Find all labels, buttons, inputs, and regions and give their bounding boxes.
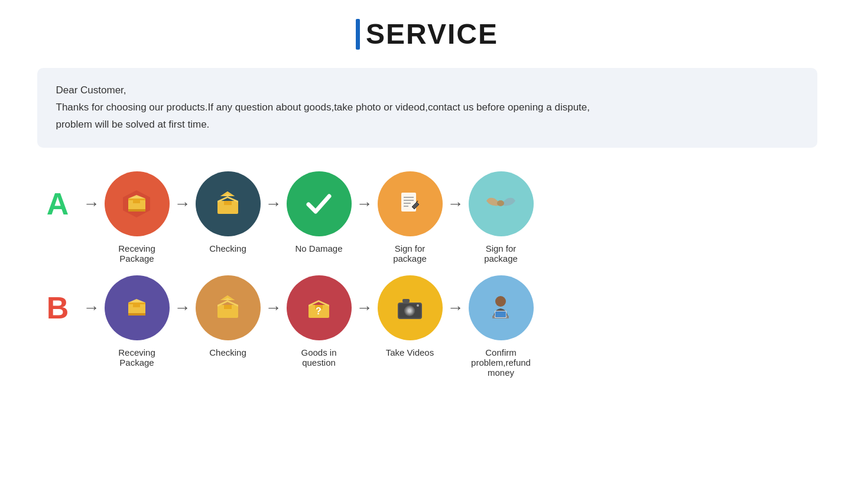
label-b4: Take Videos <box>378 347 443 357</box>
label-a4: Sign for package <box>378 243 443 264</box>
page-title: SERVICE <box>366 18 498 50</box>
arrow-a1: → <box>174 194 191 213</box>
step-b4-icon <box>378 275 443 340</box>
svg-point-17 <box>497 200 504 206</box>
arrow-b3: → <box>356 298 373 317</box>
flow-b-icons: B → → → <box>37 275 817 340</box>
arrow-b4: → <box>447 298 464 317</box>
step-a4-icon <box>378 171 443 236</box>
label-a2: Checking <box>196 243 261 253</box>
checkmark-icon <box>300 184 338 223</box>
package-icon-a <box>118 184 156 223</box>
notice-line1: Dear Customer, <box>56 82 798 99</box>
arrow-a4: → <box>447 194 464 213</box>
flow-b-labels: Receving Package Checking Goods in quest… <box>37 347 817 378</box>
page-title-section: SERVICE <box>356 18 498 50</box>
svg-rect-21 <box>128 303 145 304</box>
handshake-icon <box>482 184 520 223</box>
svg-point-37 <box>408 309 411 313</box>
svg-rect-22 <box>128 313 145 316</box>
step-b2-icon <box>196 275 261 340</box>
label-b5: Confirm problem,refund money <box>469 347 534 378</box>
arrow-b2: → <box>265 298 282 317</box>
package-icon-b <box>118 288 156 327</box>
svg-rect-4 <box>128 199 145 200</box>
label-b1: Receving Package <box>105 347 170 368</box>
step-a2-icon <box>196 171 261 236</box>
svg-line-16 <box>417 201 418 202</box>
svg-rect-5 <box>128 209 145 212</box>
svg-rect-43 <box>495 311 506 317</box>
question-box-icon: ? <box>300 288 338 327</box>
label-a3: No Damage <box>287 243 352 253</box>
step-b3-icon: ? <box>287 275 352 340</box>
notice-line3: problem will be solved at first time. <box>56 116 798 134</box>
step-a3-icon <box>287 171 352 236</box>
svg-rect-25 <box>224 305 232 309</box>
label-a5: Sign for package <box>469 243 534 264</box>
svg-text:?: ? <box>316 306 322 316</box>
svg-point-39 <box>417 304 419 307</box>
step-a5-icon <box>469 171 534 236</box>
open-box-icon-b <box>209 288 247 327</box>
step-b1-icon <box>105 275 170 340</box>
open-box-icon-a <box>209 184 247 223</box>
notice-box: Dear Customer, Thanks for choosing our p… <box>37 68 817 148</box>
svg-rect-38 <box>402 299 410 303</box>
sign-package-icon <box>391 184 429 223</box>
flow-a-labels: Receving Package Checking No Damage Sign… <box>37 243 817 264</box>
label-b3: Goods in question <box>287 347 352 368</box>
notice-line2: Thanks for choosing our products.If any … <box>56 99 798 116</box>
camera-icon <box>391 288 429 327</box>
arrow-b1: → <box>174 298 191 317</box>
flow-row-b: B → → → <box>37 275 817 378</box>
arrow-a2: → <box>265 194 282 213</box>
label-b2: Checking <box>196 347 261 357</box>
flow-row-a: A → → → <box>37 171 817 264</box>
flow-a-icons: A → → → <box>37 171 817 236</box>
title-accent-bar <box>356 19 360 50</box>
step-a1-icon <box>105 171 170 236</box>
step-b5-icon <box>469 275 534 340</box>
svg-point-40 <box>495 296 506 307</box>
letter-b: B <box>37 290 79 326</box>
svg-rect-8 <box>224 201 232 205</box>
arrow-a3: → <box>356 194 373 213</box>
letter-a: A <box>37 186 79 222</box>
arrow-b0: → <box>83 298 100 317</box>
person-laptop-icon <box>482 288 520 327</box>
arrow-a0: → <box>83 194 100 213</box>
label-a1: Receving Package <box>105 243 170 264</box>
